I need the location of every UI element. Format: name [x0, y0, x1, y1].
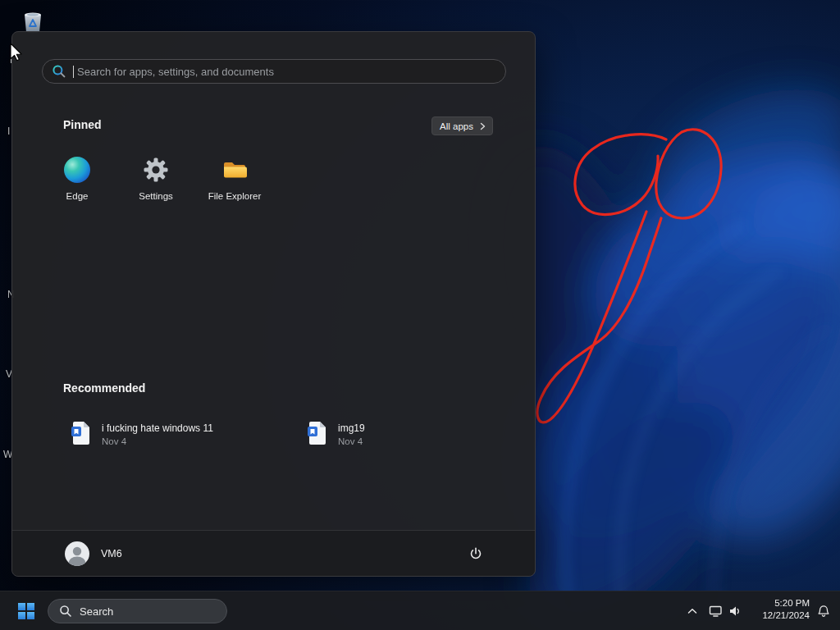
chevron-right-icon: [479, 122, 486, 130]
search-icon: [52, 64, 66, 79]
recommended-item[interactable]: i fucking hate windows 11 Nov 4: [68, 416, 304, 451]
pinned-app-label: File Explorer: [208, 191, 262, 201]
text-caret: [73, 66, 74, 78]
recommended-item-date: Nov 4: [102, 436, 213, 446]
start-button[interactable]: [10, 595, 43, 628]
file-explorer-icon: [221, 157, 248, 183]
pinned-app-file-explorer[interactable]: File Explorer: [195, 152, 274, 201]
edge-icon: [64, 157, 90, 183]
recommended-grid: i fucking hate windows 11 Nov 4 img19 No…: [68, 416, 541, 451]
desktop: F I N V W Pinned All apps: [0, 0, 840, 630]
settings-gear-icon: [143, 157, 169, 183]
tray-overflow-button[interactable]: [681, 600, 704, 623]
notification-bell-icon: [817, 605, 830, 618]
document-icon: [71, 421, 91, 445]
power-icon: [468, 546, 483, 561]
taskbar-search[interactable]: Search: [48, 599, 227, 623]
start-search-box[interactable]: [42, 59, 506, 84]
pinned-apps-grid: Edge Setti: [38, 152, 274, 201]
taskbar: Search 5:20 PM 12/21/2024: [0, 591, 840, 630]
taskbar-clock[interactable]: 5:20 PM 12/21/2024: [739, 597, 810, 622]
pinned-app-settings[interactable]: Settings: [116, 152, 195, 201]
start-search-input[interactable]: [77, 66, 496, 78]
all-apps-button[interactable]: All apps: [431, 116, 493, 135]
pinned-app-edge[interactable]: Edge: [38, 152, 116, 201]
pinned-app-label: Edge: [66, 191, 89, 201]
clock-time: 5:20 PM: [739, 597, 810, 609]
notifications-button[interactable]: [812, 600, 835, 623]
clock-date: 12/21/2024: [739, 609, 810, 622]
windows-start-icon: [18, 603, 34, 619]
recommended-item-date: Nov 4: [338, 436, 365, 446]
recommended-item-title: i fucking hate windows 11: [102, 422, 213, 434]
user-profile-button[interactable]: VM6: [65, 541, 122, 566]
start-menu: Pinned All apps Edge: [11, 31, 536, 577]
desktop-icon-label-fragment: I: [7, 126, 10, 137]
recommended-item-title: img19: [338, 422, 365, 434]
taskbar-search-label: Search: [80, 605, 113, 618]
chevron-up-icon: [687, 607, 697, 615]
user-name: VM6: [101, 548, 122, 559]
recommended-section-title: Recommended: [63, 381, 145, 395]
start-user-bar: VM6: [12, 530, 535, 576]
display-tray-icon: [709, 605, 723, 618]
search-icon: [59, 605, 72, 618]
recommended-item[interactable]: img19 Nov 4: [304, 416, 541, 451]
power-button[interactable]: [464, 542, 487, 565]
document-icon: [308, 421, 327, 445]
pinned-section-title: Pinned: [63, 118, 102, 131]
pinned-app-label: Settings: [139, 191, 173, 201]
all-apps-label: All apps: [440, 121, 473, 131]
user-avatar: [65, 541, 89, 566]
